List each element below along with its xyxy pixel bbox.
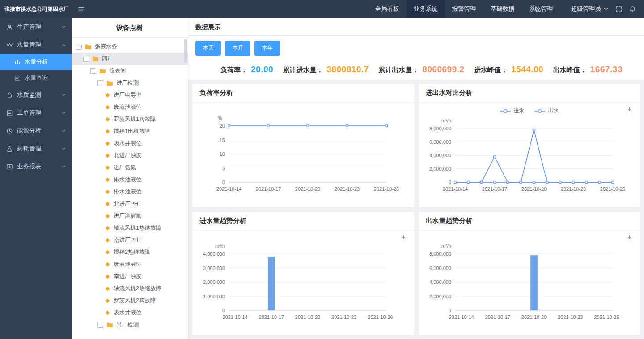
tree-node[interactable]: 排水池液位	[72, 186, 188, 198]
point-icon	[106, 117, 110, 122]
stat-label: 累计出水量：	[378, 66, 419, 74]
sidebar-item-3[interactable]: 工单管理	[0, 104, 72, 122]
sidebar-item-label: 业务报表	[17, 163, 41, 171]
production-icon	[6, 24, 13, 30]
tree-node[interactable]: 搅拌2热继故障	[72, 246, 188, 258]
download-icon[interactable]	[400, 234, 407, 243]
svg-text:2021-10-17: 2021-10-17	[485, 314, 510, 320]
svg-text:15: 15	[220, 137, 225, 143]
legend-marker-icon	[500, 109, 511, 113]
topbar-menu-item-3[interactable]: 基础数据	[483, 0, 522, 18]
chevron-down-icon	[61, 129, 66, 133]
point-icon	[106, 166, 110, 170]
svg-text:%: %	[218, 115, 222, 120]
svg-text:2021-10-17: 2021-10-17	[482, 186, 507, 192]
tree-node[interactable]: 出厂检测	[72, 319, 188, 331]
tree-node-label: 南进厂PHT	[114, 236, 142, 244]
checkbox[interactable]	[97, 80, 103, 86]
point-icon	[106, 262, 110, 267]
device-tree-panel: 设备点树 张掖水务四厂仪表间进厂检测进厂电导率废液池液位罗茨风机1阀故障搅拌1电…	[72, 18, 188, 339]
tree-node[interactable]: 吸水井液位	[72, 137, 188, 150]
topbar-menu-item-2[interactable]: 报警管理	[445, 0, 483, 18]
svg-text:4,000,000: 4,000,000	[429, 153, 451, 158]
tree-node-label: 仪表间	[109, 67, 126, 75]
checkbox[interactable]	[90, 68, 96, 74]
topbar-menu: 全局看板业务系统报警管理基础数据系统管理	[368, 0, 560, 18]
svg-text:0: 0	[222, 308, 225, 313]
tree-node[interactable]: 进厂电导率	[72, 89, 188, 101]
chemical-icon	[6, 146, 13, 152]
tree-scrollbar[interactable]	[184, 39, 187, 63]
tree-node[interactable]: 张掖水务	[72, 41, 188, 53]
topbar-menu-item-4[interactable]: 系统管理	[522, 0, 560, 18]
svg-text:m³/h: m³/h	[441, 243, 451, 249]
tree-node-label: 张掖水务	[95, 43, 117, 51]
user-menu[interactable]: 超级管理员	[571, 5, 609, 13]
svg-text:2021-10-23: 2021-10-23	[331, 314, 356, 320]
main-content: 数据展示 本天本月本年 负荷率：20.00累计进水量：3800810.7累计出水…	[188, 18, 644, 339]
legend-item-0[interactable]: 进水	[500, 107, 524, 115]
tree-node[interactable]: 进厂溶解氧	[72, 210, 188, 222]
checkbox[interactable]	[76, 44, 82, 50]
tree-node-label: 进厂氨氮	[114, 164, 136, 172]
tree-node[interactable]: 轴流风机1热继故障	[72, 222, 188, 234]
sidebar-subitem-label: 水量查询	[25, 74, 48, 82]
tree-node-label: 四厂	[102, 55, 113, 63]
tree-node[interactable]: 北进厂PHT	[72, 198, 188, 210]
bell-icon[interactable]	[629, 6, 636, 13]
sidebar-item-label: 能源分析	[17, 127, 41, 135]
tree-node[interactable]: 搅拌1电机故障	[72, 125, 188, 137]
stat-value: 20.00	[251, 64, 273, 74]
tree-node[interactable]: 进厂检测	[72, 77, 188, 89]
tree-node[interactable]: 四厂	[72, 53, 188, 65]
sidebar-subitem-1-1[interactable]: 水量查询	[0, 70, 72, 86]
chart-title: 负荷率分析	[192, 84, 414, 103]
sidebar-subitem-1-0[interactable]: 水量分析	[0, 54, 72, 70]
time-filter-button-2[interactable]: 本年	[254, 41, 280, 56]
sidebar-item-5[interactable]: 药耗管理	[0, 140, 72, 158]
tree-node[interactable]: 北进厂浊度	[72, 150, 188, 162]
tree-node[interactable]: 排水池液位	[72, 174, 188, 186]
sidebar-item-label: 水质监测	[17, 91, 41, 99]
tree-node[interactable]: 仪表间	[72, 65, 188, 77]
tree-node-label: 排水池液位	[114, 176, 142, 184]
sidebar-item-6[interactable]: 业务报表	[0, 158, 72, 176]
point-icon	[106, 202, 110, 206]
chevron-down-icon	[61, 93, 66, 98]
fullscreen-icon[interactable]	[615, 6, 622, 13]
tree-node-label: 搅拌2热继故障	[114, 249, 150, 256]
tree-node[interactable]: 南进厂PHT	[72, 234, 188, 246]
sidebar-item-0[interactable]: 生产管理	[0, 18, 72, 36]
tree-node[interactable]: 进厂氨氮	[72, 162, 188, 174]
tree-node[interactable]: 罗茨风机1阀故障	[72, 113, 188, 125]
tree-node[interactable]: 罗茨风机2阀故障	[72, 295, 188, 307]
download-icon[interactable]	[626, 234, 633, 243]
sidebar-item-2[interactable]: 水质监测	[0, 86, 72, 104]
point-icon	[106, 178, 110, 182]
chart-canvas-bar: 01,000,0002,000,0003,000,0004,000,000m³/…	[192, 231, 414, 335]
topbar-menu-item-1[interactable]: 业务系统	[407, 0, 445, 18]
sidebar-item-1[interactable]: 水量管理	[0, 36, 72, 54]
menu-collapse-icon[interactable]	[78, 6, 85, 13]
time-filter-button-0[interactable]: 本天	[195, 41, 221, 56]
tree-node[interactable]: 废液池液位	[72, 258, 188, 270]
svg-text:0: 0	[222, 180, 225, 185]
chart-card-in-out-compare: 进出水对比分析进水出水02,000,0004,000,0006,000,0008…	[418, 83, 641, 208]
app-screen: 张掖市供水总公司第四水厂 全局看板业务系统报警管理基础数据系统管理 超级管理员 …	[0, 0, 644, 339]
tree-node[interactable]: 吸水井液位	[72, 307, 188, 319]
sidebar-item-label: 药耗管理	[17, 145, 41, 153]
tree-node[interactable]: 废液池液位	[72, 101, 188, 113]
sidebar-item-4[interactable]: 能源分析	[0, 122, 72, 140]
chart-area-in-out-compare: 进水出水02,000,0004,000,0006,000,0008,000,00…	[419, 103, 640, 207]
time-filter-button-1[interactable]: 本月	[225, 41, 250, 56]
checkbox[interactable]	[83, 56, 89, 62]
report-icon	[6, 163, 13, 170]
download-icon[interactable]	[626, 106, 633, 115]
legend-item-1[interactable]: 出水	[534, 107, 559, 115]
checkbox[interactable]	[97, 322, 103, 328]
topbar-menu-item-0[interactable]: 全局看板	[368, 0, 407, 18]
tree-node[interactable]: 轴流风机2热继故障	[72, 283, 188, 295]
svg-text:2,000,000: 2,000,000	[203, 279, 225, 285]
tree-node[interactable]: 南进厂浊度	[72, 270, 188, 283]
svg-text:8,000,000: 8,000,000	[429, 251, 451, 257]
